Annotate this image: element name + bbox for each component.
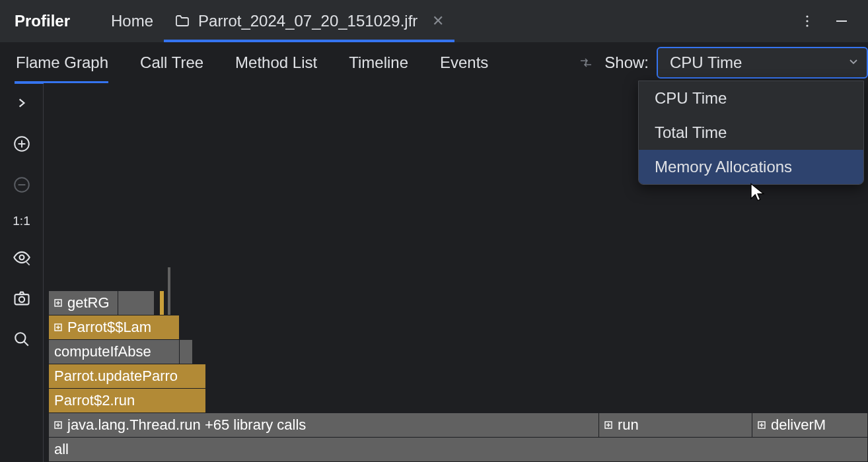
svg-point-12 [15, 333, 25, 343]
show-dropdown-value: CPU Time [670, 53, 848, 72]
expand-icon [54, 323, 62, 331]
flame-frame-label: getRG [67, 294, 110, 312]
expand-icon [54, 421, 62, 429]
zoom-in-icon[interactable] [10, 132, 34, 156]
subtab-call-tree[interactable]: Call Tree [124, 42, 219, 83]
flame-frame-label: Parrot$$Lam [67, 319, 151, 336]
flame-frame-label: Parrot.updateParro [54, 368, 178, 385]
dropdown-item-total-time[interactable]: Total Time [639, 116, 863, 150]
svg-point-2 [806, 24, 808, 26]
svg-point-9 [19, 255, 24, 260]
flame-frame[interactable]: Parrot$2.run [49, 389, 206, 412]
flame-frame-all[interactable]: all [49, 438, 868, 461]
camera-icon[interactable] [10, 286, 34, 310]
flame-frame-label: java.lang.Thread.run +65 library calls [67, 416, 306, 434]
flame-frame-label: Parrot$2.run [54, 392, 135, 409]
svg-line-13 [24, 341, 28, 346]
subtab-call-tree-label: Call Tree [140, 53, 203, 72]
flame-frame-label: deliverM [771, 416, 826, 434]
svg-rect-10 [15, 294, 28, 304]
tab-home-label: Home [111, 12, 153, 30]
zoom-out-icon[interactable] [10, 173, 34, 197]
flame-frame[interactable] [160, 291, 164, 315]
tab-file[interactable]: Parrot_2024_07_20_151029.jfr ✕ [164, 0, 454, 42]
subtab-timeline-label: Timeline [349, 53, 408, 72]
tab-home[interactable]: Home [100, 0, 164, 42]
flame-frame[interactable] [168, 267, 170, 315]
subtab-events[interactable]: Events [424, 42, 504, 83]
subtab-timeline[interactable]: Timeline [333, 42, 424, 83]
flame-frame[interactable]: deliverM [752, 413, 868, 437]
subtab-method-list[interactable]: Method List [219, 42, 333, 83]
svg-point-1 [806, 20, 808, 22]
flame-frame[interactable]: Parrot$$Lam [49, 315, 180, 339]
dropdown-item-memory-allocations[interactable]: Memory Allocations [639, 150, 863, 184]
flame-frame[interactable]: Parrot.updateParro [49, 364, 206, 388]
flame-frame[interactable] [180, 340, 193, 364]
tab-file-label: Parrot_2024_07_20_151029.jfr [198, 12, 417, 30]
svg-point-0 [806, 15, 808, 17]
zoom-reset-button[interactable]: 1:1 [13, 214, 30, 228]
expand-icon [54, 299, 62, 307]
flame-frame[interactable]: java.lang.Thread.run +65 library calls [49, 413, 599, 437]
flame-frame[interactable]: getRG [49, 291, 118, 315]
eye-icon[interactable] [10, 246, 34, 269]
flame-frame[interactable] [118, 291, 155, 315]
flame-frame[interactable]: computeIfAbse [49, 340, 180, 364]
search-icon[interactable] [10, 327, 34, 351]
flame-frame-label: run [618, 416, 639, 434]
flame-frame-label: all [54, 441, 69, 458]
more-icon[interactable] [797, 11, 818, 32]
subtab-flame-graph[interactable]: Flame Graph [15, 42, 124, 83]
show-label: Show: [604, 53, 649, 72]
subtab-flame-graph-label: Flame Graph [16, 53, 108, 72]
chevron-down-icon [848, 56, 859, 69]
expand-icon [758, 421, 766, 429]
flame-frame[interactable]: run [599, 413, 752, 437]
expand-icon [604, 421, 612, 429]
flame-frame-label: computeIfAbse [54, 343, 151, 360]
minimize-icon[interactable] [831, 11, 852, 32]
dropdown-item-cpu-time[interactable]: CPU Time [639, 81, 863, 116]
profiler-title: Profiler [15, 12, 70, 30]
close-icon[interactable]: ✕ [432, 13, 444, 30]
svg-point-11 [18, 297, 24, 302]
swap-icon[interactable] [574, 51, 598, 75]
subtab-events-label: Events [440, 53, 488, 72]
expand-right-icon[interactable] [10, 91, 34, 115]
show-dropdown[interactable]: CPU Time [657, 47, 868, 79]
subtab-method-list-label: Method List [235, 53, 317, 72]
show-dropdown-menu: CPU Time Total Time Memory Allocations [638, 81, 864, 185]
folder-icon [174, 13, 190, 29]
